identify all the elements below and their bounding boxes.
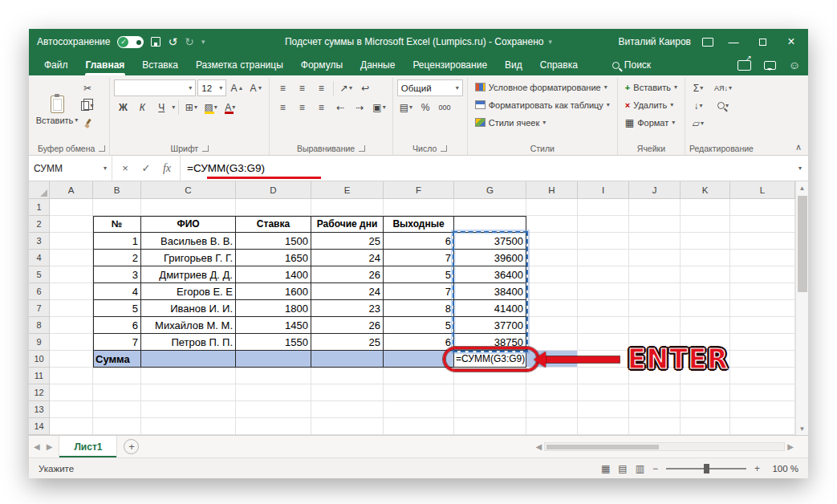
find-select-button[interactable]: ▾	[712, 97, 734, 114]
dialog-launcher-icon[interactable]	[441, 145, 447, 152]
cell-K3[interactable]	[681, 233, 730, 250]
cell-A4[interactable]	[50, 250, 93, 266]
cell-C13[interactable]	[141, 401, 236, 418]
cell-G10[interactable]: =СУММ(G3:G9)	[454, 351, 526, 368]
column-header-K[interactable]: K	[681, 181, 730, 199]
cell-D6[interactable]: 1600	[236, 283, 311, 300]
cell-C8[interactable]: Михайлов М. М.	[141, 317, 236, 334]
cell-G13[interactable]	[454, 401, 526, 418]
tab-review[interactable]: Рецензирование	[404, 55, 496, 75]
share-icon[interactable]	[737, 60, 751, 71]
cell-A13[interactable]	[50, 401, 93, 418]
cell-F8[interactable]: 5	[384, 317, 454, 334]
cell-K8[interactable]	[681, 317, 730, 334]
cell-J3[interactable]	[629, 233, 681, 250]
cell-D13[interactable]	[236, 401, 311, 418]
cell-D12[interactable]	[236, 384, 311, 401]
cell-D11[interactable]	[236, 368, 311, 384]
search-box[interactable]: Поиск	[604, 55, 659, 75]
scroll-down-icon[interactable]: ▼	[796, 422, 808, 435]
wrap-text-button[interactable]: ↩	[356, 79, 374, 96]
cell-L8[interactable]	[730, 317, 795, 334]
cell-E7[interactable]: 23	[311, 300, 384, 317]
page-layout-view-icon[interactable]: ▤	[618, 463, 627, 474]
cell-G5[interactable]: 36400	[454, 266, 526, 283]
cell-H2[interactable]	[526, 216, 578, 233]
autosave-toggle[interactable]: ✓	[117, 36, 144, 48]
add-sheet-button[interactable]: +	[124, 439, 139, 454]
cell-E11[interactable]	[311, 368, 384, 384]
horizontal-scroll-thumb[interactable]	[546, 445, 659, 449]
cell-F1[interactable]	[384, 199, 454, 216]
page-break-view-icon[interactable]: ▥	[636, 463, 644, 474]
cell-L3[interactable]	[730, 233, 795, 250]
cell-E12[interactable]	[311, 384, 384, 401]
cell-G8[interactable]: 37700	[454, 317, 526, 334]
cell-C3[interactable]: Васильев В. В.	[141, 233, 236, 250]
cell-K9[interactable]	[681, 334, 730, 351]
cell-I8[interactable]	[578, 317, 629, 334]
cell-F9[interactable]: 6	[384, 334, 454, 351]
cell-F7[interactable]: 8	[384, 300, 454, 317]
customize-toolbar-chevron-icon[interactable]: ▾	[201, 39, 205, 46]
cell-H7[interactable]	[526, 300, 578, 317]
expand-formula-bar-icon[interactable]: ▾	[792, 156, 808, 181]
comments-icon[interactable]	[764, 61, 776, 70]
cell-E14[interactable]	[311, 418, 384, 435]
cell-K11[interactable]	[681, 368, 730, 384]
cell-E13[interactable]	[311, 401, 384, 418]
cell-styles-button[interactable]: Стили ячеек ▾	[472, 114, 613, 131]
cell-F6[interactable]: 7	[384, 283, 454, 300]
increase-font-button[interactable]: А▲	[228, 79, 246, 96]
cell-J4[interactable]	[629, 250, 681, 266]
cell-J5[interactable]	[629, 266, 681, 283]
next-sheet-icon[interactable]: ▶	[47, 442, 53, 451]
cell-K4[interactable]	[681, 250, 730, 266]
cell-H11[interactable]	[526, 368, 578, 384]
cell-G9[interactable]: 38750	[454, 334, 526, 351]
cell-A11[interactable]	[50, 368, 93, 384]
cell-H5[interactable]	[526, 266, 578, 283]
cell-G11[interactable]	[454, 368, 526, 384]
cell-B12[interactable]	[93, 384, 141, 401]
name-box[interactable]: СУММ ▾	[29, 156, 112, 181]
format-as-table-button[interactable]: Форматировать как таблицу ▾	[472, 96, 613, 113]
cell-E6[interactable]: 24	[311, 283, 384, 300]
row-header-11[interactable]: 11	[29, 368, 50, 384]
cell-G12[interactable]	[454, 384, 526, 401]
clear-button[interactable]: ▱▾	[689, 115, 707, 132]
cell-E10[interactable]	[311, 351, 384, 368]
cell-B4[interactable]: 2	[93, 250, 141, 266]
column-header-D[interactable]: D	[236, 181, 311, 199]
cell-L6[interactable]	[730, 283, 795, 300]
column-header-L[interactable]: L	[730, 181, 795, 199]
cell-J11[interactable]	[629, 368, 681, 384]
cell-A10[interactable]	[50, 351, 93, 368]
row-header-7[interactable]: 7	[29, 300, 50, 317]
cell-I4[interactable]	[578, 250, 629, 266]
user-name[interactable]: Виталий Каиров	[618, 36, 691, 47]
cell-H8[interactable]	[526, 317, 578, 334]
cell-B6[interactable]: 4	[93, 283, 141, 300]
cell-G4[interactable]: 39600	[454, 250, 526, 266]
cell-I11[interactable]	[578, 368, 629, 384]
sort-filter-button[interactable]: АЯ↓▾	[712, 79, 734, 96]
cell-L13[interactable]	[730, 401, 795, 418]
fill-color-button[interactable]: ▨▾	[201, 99, 219, 116]
column-header-C[interactable]: C	[141, 181, 236, 199]
cell-D14[interactable]	[236, 418, 311, 435]
scroll-up-icon[interactable]: ▲	[796, 181, 808, 194]
cell-B1[interactable]	[93, 199, 141, 216]
cell-F14[interactable]	[384, 418, 454, 435]
cell-K6[interactable]	[681, 283, 730, 300]
cell-J13[interactable]	[629, 401, 681, 418]
collapse-ribbon-icon[interactable]: ∧	[795, 142, 802, 152]
cell-E5[interactable]: 26	[311, 266, 384, 283]
accounting-format-button[interactable]: ▤▾	[397, 99, 415, 116]
cell-B14[interactable]	[93, 418, 141, 435]
cell-J8[interactable]	[629, 317, 681, 334]
cell-L5[interactable]	[730, 266, 795, 283]
column-header-E[interactable]: E	[311, 181, 384, 199]
cell-G1[interactable]	[454, 199, 526, 216]
horizontal-scrollbar[interactable]: ◀ ▶	[536, 442, 794, 451]
